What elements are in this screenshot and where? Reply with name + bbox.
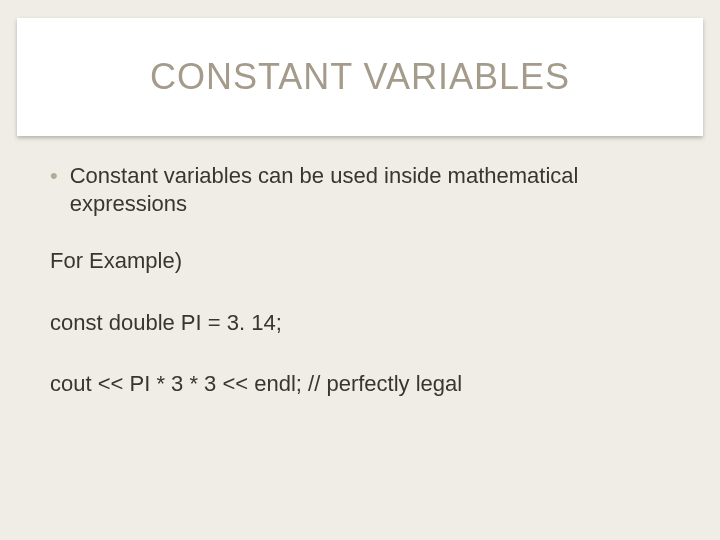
bullet-text: Constant variables can be used inside ma… [70, 162, 670, 217]
code-usage: cout << PI * 3 * 3 << endl; // perfectly… [50, 370, 670, 398]
code-declaration: const double PI = 3. 14; [50, 309, 670, 337]
bullet-icon: • [50, 162, 58, 190]
body-area: • Constant variables can be used inside … [0, 136, 720, 398]
slide: CONSTANT VARIABLES • Constant variables … [0, 18, 720, 540]
title-box: CONSTANT VARIABLES [17, 18, 703, 136]
example-label: For Example) [50, 247, 670, 275]
slide-title: CONSTANT VARIABLES [150, 56, 570, 98]
bullet-item: • Constant variables can be used inside … [50, 162, 670, 217]
